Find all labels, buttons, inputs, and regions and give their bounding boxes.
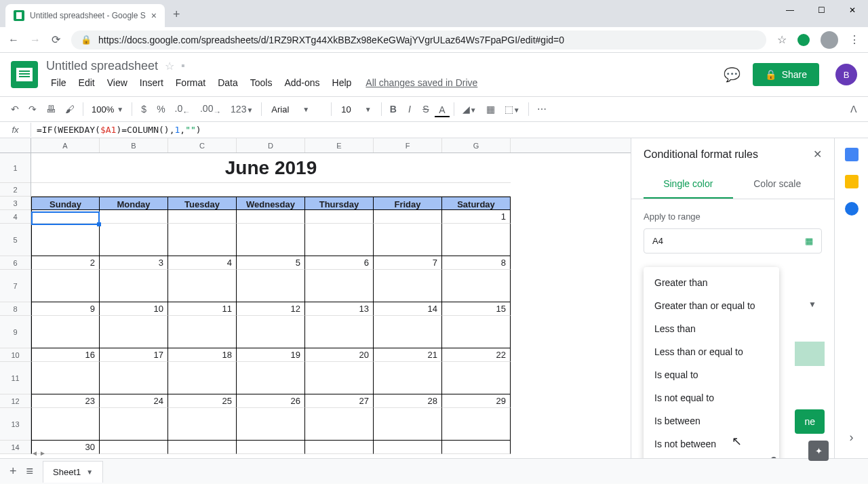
calendar-spacer-cell[interactable] bbox=[305, 270, 374, 302]
address-bar[interactable]: 🔒 https://docs.google.com/spreadsheets/d… bbox=[71, 30, 766, 49]
scroll-left-icon[interactable]: ◄ bbox=[31, 449, 38, 457]
calendar-date-cell[interactable] bbox=[31, 210, 100, 224]
calendar-spacer-cell[interactable] bbox=[237, 270, 305, 302]
calendar-date-cell[interactable]: 1 bbox=[442, 210, 511, 224]
calendar-spacer-cell[interactable] bbox=[168, 270, 237, 302]
keep-addon-icon[interactable] bbox=[845, 175, 859, 188]
back-button[interactable]: ← bbox=[8, 34, 19, 46]
font-size-select[interactable]: 10▼ bbox=[336, 102, 376, 117]
menu-view[interactable]: View bbox=[102, 75, 132, 91]
calendar-date-cell[interactable]: 16 bbox=[31, 348, 100, 362]
calendar-date-cell[interactable]: 29 bbox=[442, 394, 511, 408]
calendar-spacer-cell[interactable] bbox=[374, 224, 442, 256]
rule-option[interactable]: Is equal to bbox=[644, 363, 779, 386]
drive-status[interactable]: All changes saved in Drive bbox=[366, 77, 477, 88]
calendar-date-cell[interactable]: 11 bbox=[168, 302, 237, 316]
calendar-spacer-cell[interactable] bbox=[442, 408, 511, 441]
paint-format-button[interactable]: 🖌 bbox=[61, 101, 79, 117]
calendar-spacer-cell[interactable] bbox=[100, 270, 168, 302]
row-header[interactable]: 6 bbox=[0, 256, 31, 270]
select-all-corner[interactable] bbox=[0, 138, 31, 152]
calendar-date-cell[interactable] bbox=[237, 210, 305, 224]
calendar-spacer-cell[interactable] bbox=[100, 362, 168, 394]
menu-file[interactable]: File bbox=[46, 75, 71, 91]
borders-button[interactable]: ▦ bbox=[482, 101, 499, 117]
minimize-button[interactable]: — bbox=[774, 0, 806, 20]
browser-menu-icon[interactable]: ⋮ bbox=[849, 33, 860, 46]
explore-button[interactable]: ✦ bbox=[808, 441, 829, 461]
row-header[interactable]: 11 bbox=[0, 362, 31, 394]
sheet-tab[interactable]: Sheet1 ▼ bbox=[43, 461, 103, 483]
calendar-date-cell[interactable]: 23 bbox=[31, 394, 100, 408]
calendar-date-cell[interactable]: 3 bbox=[100, 256, 168, 270]
move-folder-icon[interactable]: ▪ bbox=[181, 60, 185, 72]
formula-input[interactable]: =IF(WEEKDAY($A1)=COLUMN(),1,"") bbox=[31, 125, 201, 135]
calendar-date-cell[interactable]: 4 bbox=[168, 256, 237, 270]
calendar-spacer-cell[interactable] bbox=[31, 270, 100, 302]
row-header[interactable]: 5 bbox=[0, 224, 31, 256]
row-header[interactable]: 10 bbox=[0, 348, 31, 362]
menu-tools[interactable]: Tools bbox=[245, 75, 277, 91]
menu-edit[interactable]: Edit bbox=[74, 75, 100, 91]
calendar-date-cell[interactable]: 22 bbox=[442, 348, 511, 362]
calendar-date-cell[interactable] bbox=[305, 210, 374, 224]
calendar-date-cell[interactable]: 18 bbox=[168, 348, 237, 362]
row-header[interactable]: 13 bbox=[0, 408, 31, 441]
calendar-spacer-cell[interactable] bbox=[237, 362, 305, 394]
browser-tab[interactable]: Untitled spreadsheet - Google S × bbox=[5, 4, 165, 27]
rule-option[interactable]: Is between bbox=[644, 409, 779, 432]
done-button[interactable]: ne bbox=[795, 409, 825, 434]
calendar-spacer-cell[interactable] bbox=[442, 270, 511, 302]
dropdown-arrow-icon[interactable]: ▼ bbox=[808, 300, 816, 309]
calendar-spacer-cell[interactable] bbox=[31, 224, 100, 256]
calendar-date-cell[interactable] bbox=[374, 210, 442, 224]
calendar-date-cell[interactable]: 13 bbox=[305, 302, 374, 316]
currency-button[interactable]: $ bbox=[136, 101, 151, 117]
scroll-right-icon[interactable]: ► bbox=[39, 449, 46, 457]
calendar-date-cell[interactable] bbox=[305, 441, 374, 454]
calendar-spacer-cell[interactable] bbox=[374, 316, 442, 348]
calendar-date-cell[interactable]: 27 bbox=[305, 394, 374, 408]
menu-insert[interactable]: Insert bbox=[135, 75, 168, 91]
percent-button[interactable]: % bbox=[153, 101, 169, 117]
calendar-title[interactable]: June 2019 bbox=[31, 153, 511, 183]
calendar-date-cell[interactable]: 28 bbox=[374, 394, 442, 408]
calendar-spacer-cell[interactable] bbox=[100, 316, 168, 348]
calendar-spacer-cell[interactable] bbox=[442, 362, 511, 394]
calendar-spacer-cell[interactable] bbox=[168, 408, 237, 441]
row-header[interactable]: 2 bbox=[0, 183, 31, 197]
rule-option[interactable]: Greater than or equal to bbox=[644, 294, 779, 317]
day-header[interactable]: Sunday bbox=[31, 197, 100, 210]
calendar-spacer-cell[interactable] bbox=[100, 408, 168, 441]
calendar-date-cell[interactable] bbox=[237, 441, 305, 454]
rule-option[interactable]: Is not between bbox=[644, 432, 779, 455]
calendar-date-cell[interactable]: 8 bbox=[442, 256, 511, 270]
all-sheets-button[interactable]: ≡ bbox=[26, 464, 34, 479]
menu-format[interactable]: Format bbox=[171, 75, 210, 91]
calendar-date-cell[interactable]: 6 bbox=[305, 256, 374, 270]
row-header[interactable]: 12 bbox=[0, 394, 31, 408]
row-header[interactable]: 9 bbox=[0, 316, 31, 348]
calendar-spacer-cell[interactable] bbox=[374, 362, 442, 394]
calendar-spacer-cell[interactable] bbox=[31, 362, 100, 394]
calendar-date-cell[interactable] bbox=[442, 441, 511, 454]
sheet-tab-menu-icon[interactable]: ▼ bbox=[86, 468, 93, 476]
calendar-date-cell[interactable]: 9 bbox=[31, 302, 100, 316]
account-avatar[interactable]: B bbox=[835, 64, 857, 85]
col-header[interactable]: A bbox=[31, 138, 100, 152]
calendar-date-cell[interactable]: 15 bbox=[442, 302, 511, 316]
increase-decimal-button[interactable]: .00→ bbox=[196, 100, 225, 119]
day-header[interactable]: Tuesday bbox=[168, 197, 237, 210]
calendar-spacer-cell[interactable] bbox=[305, 362, 374, 394]
dropdown-scrollbar[interactable] bbox=[771, 457, 776, 458]
spreadsheet-grid[interactable]: A B C D E F G 1 2 3 4 5 6 7 8 9 10 11 12… bbox=[0, 138, 631, 458]
row-header[interactable]: 7 bbox=[0, 270, 31, 302]
calendar-spacer-cell[interactable] bbox=[442, 316, 511, 348]
calendar-date-cell[interactable]: 5 bbox=[237, 256, 305, 270]
redo-button[interactable]: ↷ bbox=[24, 101, 41, 117]
col-header[interactable]: G bbox=[442, 138, 511, 152]
menu-data[interactable]: Data bbox=[213, 75, 243, 91]
calendar-spacer-cell[interactable] bbox=[168, 224, 237, 256]
col-header[interactable]: D bbox=[237, 138, 305, 152]
calendar-date-cell[interactable] bbox=[168, 210, 237, 224]
